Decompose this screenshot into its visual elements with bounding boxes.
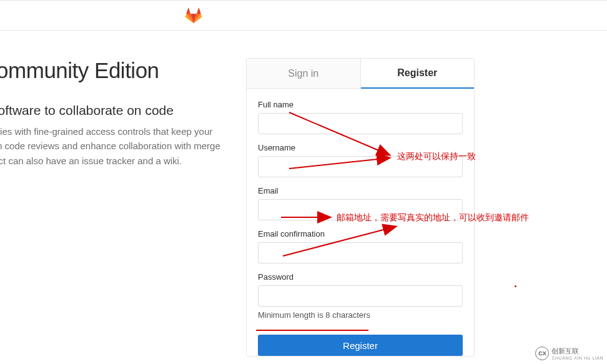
left-column: GitLab Community Edition Open source sof… (0, 58, 246, 357)
username-label: Username (258, 143, 463, 152)
page-description: Manage Git repositories with fine-graine… (0, 124, 227, 168)
username-input[interactable] (258, 156, 463, 177)
footer-brand: CX 创新互联 CHUANG XIN HU LIAN (535, 347, 603, 360)
tab-register[interactable]: Register (361, 59, 475, 89)
brand-icon: CX (535, 347, 549, 360)
brand-name: 创新互联 (551, 347, 603, 356)
fullname-input[interactable] (258, 113, 463, 134)
form-body: Full name Username Email Email confirmat… (247, 89, 474, 326)
password-label: Password (258, 272, 463, 282)
auth-form: Sign in Register Full name Username Emai… (246, 58, 475, 357)
emailconf-input[interactable] (258, 242, 463, 263)
content: GitLab Community Edition Open source sof… (0, 31, 607, 357)
brand-sub: CHUANG XIN HU LIAN (551, 356, 603, 360)
fullname-label: Full name (258, 100, 463, 109)
gitlab-logo-icon (185, 7, 202, 24)
email-label: Email (258, 186, 463, 195)
auth-tabs: Sign in Register (247, 59, 474, 89)
password-input[interactable] (258, 285, 463, 307)
register-button[interactable]: Register (258, 335, 463, 356)
page-subtitle: Open source software to collaborate on c… (0, 103, 227, 118)
password-help: Minimum length is 8 characters (258, 310, 463, 320)
emailconf-label: Email confirmation (258, 229, 463, 239)
page-title: GitLab Community Edition (0, 58, 227, 83)
email-input[interactable] (258, 199, 463, 220)
annotation-dot (515, 285, 516, 287)
topbar (0, 0, 607, 31)
tab-signin[interactable]: Sign in (247, 59, 361, 89)
